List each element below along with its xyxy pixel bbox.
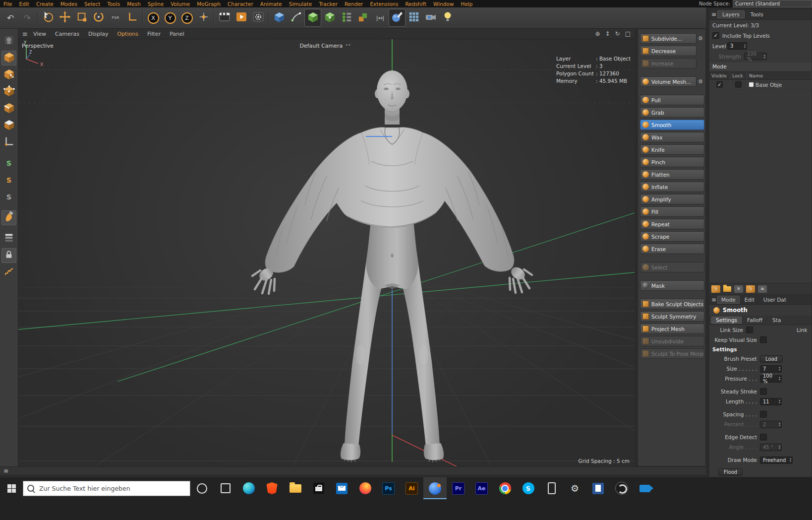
brush-inflate-button[interactable]: Inflate <box>640 182 704 192</box>
grid-array-button[interactable] <box>406 9 422 27</box>
premiere-button[interactable]: Pr <box>447 477 470 499</box>
chrome-button[interactable] <box>493 477 517 499</box>
task-view-button[interactable] <box>214 477 237 499</box>
document-app-button[interactable] <box>586 477 610 499</box>
menu-animate[interactable]: Animate <box>257 1 286 7</box>
clear-layer-icon[interactable]: S <box>746 285 755 293</box>
your-phone-button[interactable] <box>540 477 563 499</box>
subdivide-button[interactable]: Subdivide... <box>640 33 696 44</box>
spline-pen-button[interactable] <box>288 9 304 27</box>
points-mode-button[interactable] <box>1 84 16 99</box>
sculpt-to-pose-morph-button[interactable]: Sculpt To Pose Morph <box>640 348 704 359</box>
y-axis-lock-button[interactable]: Y <box>162 9 178 27</box>
pressure-input[interactable]: 100 %▴▾ <box>760 375 782 383</box>
load-button[interactable]: Load <box>760 355 783 363</box>
menu-mograph[interactable]: MoGraph <box>193 1 224 7</box>
project-mesh-button[interactable]: Project Mesh <box>640 324 704 334</box>
brush-pull-button[interactable]: Pull <box>640 95 704 105</box>
brave-button[interactable] <box>260 477 284 499</box>
volume-mesh-settings-gear-icon[interactable]: ⚙ <box>696 78 704 85</box>
add-folder-icon[interactable] <box>723 286 731 292</box>
render-to-picture-viewer-button[interactable] <box>233 9 250 27</box>
brush-repeat-button[interactable]: Repeat <box>640 219 704 229</box>
spacing-checkbox[interactable] <box>760 411 767 418</box>
model-mode-button[interactable] <box>1 51 16 65</box>
array-button[interactable] <box>355 9 372 27</box>
keep-visual-size-checkbox[interactable] <box>760 336 767 343</box>
move-button[interactable] <box>57 9 73 27</box>
skype-button[interactable]: S <box>517 477 540 499</box>
tab-tools[interactable]: Tools <box>746 10 768 18</box>
viewport-menu-display[interactable]: Display <box>85 31 112 37</box>
edge-button[interactable] <box>237 477 260 499</box>
illustrator-button[interactable]: Ai <box>400 477 423 499</box>
snap-options-button[interactable]: S <box>1 190 16 204</box>
menu-help[interactable]: Help <box>457 1 476 7</box>
layers-panel-hamburger-icon[interactable]: ≡ <box>711 11 716 17</box>
object-lock-checkbox[interactable] <box>735 81 742 88</box>
camera-name[interactable]: Default Camera <box>300 43 343 49</box>
brush-knife-button[interactable]: Knife <box>640 144 704 155</box>
zoom-view-icon[interactable]: ↕ <box>605 30 610 37</box>
increase-button[interactable]: Increase <box>640 58 696 68</box>
search-input[interactable] <box>38 484 186 493</box>
volume-mesh-button[interactable]: Volume Mesh... <box>640 76 696 87</box>
obs-button[interactable] <box>610 477 633 499</box>
brush-erase-button[interactable]: Erase <box>640 244 704 254</box>
store-button[interactable] <box>307 477 330 499</box>
menu-redshift[interactable]: Redshift <box>402 1 430 7</box>
volume-mesher-button[interactable] <box>321 9 338 27</box>
link-size-checkbox[interactable] <box>746 326 753 333</box>
firefox-button[interactable] <box>353 477 377 499</box>
polygons-mode-button[interactable] <box>1 118 16 133</box>
percent-input[interactable]: 2▴▾ <box>760 421 782 428</box>
camera-button[interactable] <box>422 9 439 27</box>
brush-mode-button[interactable] <box>1 210 16 225</box>
cinema4d-button[interactable] <box>423 477 447 499</box>
attributes-hamburger-icon[interactable]: ≡ <box>711 297 716 303</box>
camera-link-icon[interactable]: °° <box>346 44 351 49</box>
brush-wax-button[interactable]: Wax <box>640 132 704 142</box>
node-space-select[interactable]: Current (Standard <box>733 0 812 7</box>
sculpt-brush-button[interactable] <box>389 9 406 27</box>
viewport-menu-view[interactable]: View <box>30 31 50 37</box>
start-button[interactable] <box>0 477 23 499</box>
tab-edit[interactable]: Edit <box>741 296 758 304</box>
live-selection-button[interactable] <box>40 9 57 27</box>
menu-spline[interactable]: Spline <box>144 1 167 7</box>
mograph-cloner-button[interactable] <box>338 9 355 27</box>
cortana-button[interactable] <box>190 477 214 499</box>
delete-layer-icon[interactable]: ✕ <box>734 285 743 293</box>
viewport-canvas[interactable]: Perspective Default Camera °° Layer: Bas… <box>18 39 635 466</box>
psr-keyframe-button[interactable]: PSR <box>107 9 124 27</box>
object-tree-area[interactable] <box>709 90 812 283</box>
decrease-button[interactable]: Decrease <box>640 46 696 56</box>
menu-file[interactable]: File <box>0 1 16 7</box>
scale-button[interactable] <box>73 9 90 27</box>
after-effects-button[interactable]: Ae <box>470 477 493 499</box>
statusbar-hamburger-icon[interactable]: ≡ <box>3 468 8 474</box>
x-axis-lock-button[interactable]: X <box>145 9 162 27</box>
menu-extensions[interactable]: Extensions <box>366 1 402 7</box>
mail-button[interactable] <box>330 477 353 499</box>
subtab-stamp[interactable]: Sta <box>768 317 785 324</box>
photoshop-button[interactable]: Ps <box>377 477 400 499</box>
size-input[interactable]: 7▴▾ <box>760 365 782 373</box>
z-axis-lock-button[interactable]: Z <box>178 9 195 27</box>
menu-volume[interactable]: Volume <box>167 1 193 7</box>
bake-sculpt-objects-button[interactable]: Bake Sculpt Objects <box>640 299 704 309</box>
file-explorer-button[interactable] <box>284 477 307 499</box>
menu-mesh[interactable]: Mesh <box>123 1 144 7</box>
coordinate-system-button[interactable] <box>195 9 212 27</box>
menu-window[interactable]: Window <box>430 1 457 7</box>
brush-select-button[interactable]: Select <box>640 262 704 272</box>
deformer-button[interactable] <box>1 265 16 280</box>
brush-flatten-button[interactable]: Flatten <box>640 169 704 180</box>
viewport-menu-options[interactable]: Options <box>114 31 141 37</box>
viewport-menu-panel[interactable]: Panel <box>166 31 188 37</box>
include-top-levels-checkbox[interactable]: ✓ <box>712 32 719 39</box>
brush-fill-button[interactable]: Fill <box>640 206 704 217</box>
brush-mask-button[interactable]: Mask <box>640 280 704 291</box>
cube-primitive-button[interactable] <box>271 9 288 27</box>
brush-amplify-button[interactable]: Amplify <box>640 194 704 204</box>
